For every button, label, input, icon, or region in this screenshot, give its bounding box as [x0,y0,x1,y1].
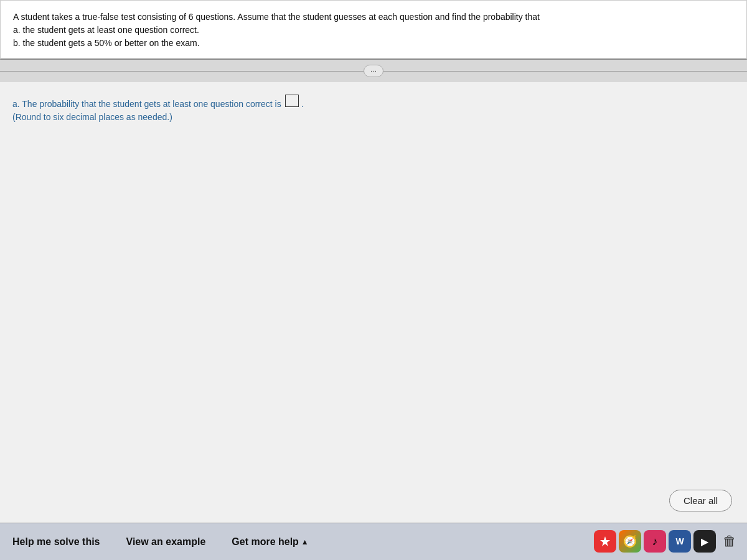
app-icon-music[interactable]: ♪ [644,530,666,553]
x-icon [599,535,611,548]
app-icon-video[interactable]: ▶ [693,530,716,553]
app-icon-trash[interactable]: 🗑 [718,530,741,553]
trash-icon: 🗑 [723,533,736,549]
more-button[interactable]: ··· [364,65,383,77]
compass-icon: 🧭 [623,534,637,548]
view-example-button[interactable]: View an example [116,531,216,553]
clear-all-button[interactable]: Clear all [669,490,732,511]
divider-row: ··· [0,60,747,82]
video-icon: ▶ [701,536,708,548]
answer-part-a: a. The probability that the student gets… [12,95,735,111]
svg-marker-0 [600,536,610,546]
bottom-toolbar: Help me solve this View an example Get m… [0,523,747,560]
app-icon-orange-green[interactable]: 🧭 [619,530,641,553]
question-line3: b. the student gets a 50% or better on t… [13,37,734,50]
music-icon: ♪ [652,535,658,548]
main-content: A student takes a true-false test consis… [0,0,747,523]
taskbar-icons: 🧭 ♪ W ▶ 🗑 [594,523,747,560]
app-icon-word[interactable]: W [669,530,691,553]
question-line2: a. the student gets at least one questio… [13,24,734,37]
question-text: A student takes a true-false test consis… [13,11,734,50]
get-more-help-label: Get more help [232,536,299,548]
caret-up-icon: ▲ [301,538,309,546]
question-panel: A student takes a true-false test consis… [0,0,747,60]
question-line1: A student takes a true-false test consis… [13,11,734,24]
answer-line: a. The probability that the student gets… [12,95,304,111]
answer-suffix: . [301,97,304,111]
answer-panel: a. The probability that the student gets… [0,82,747,523]
app-icon-red[interactable] [594,530,616,553]
answer-prefix: a. The probability that the student gets… [12,97,281,111]
answer-subtext: (Round to six decimal places as needed.) [12,112,735,122]
answer-input-box[interactable] [285,95,299,107]
help-me-solve-button[interactable]: Help me solve this [12,531,110,553]
get-more-help-button[interactable]: Get more help ▲ [222,531,318,553]
